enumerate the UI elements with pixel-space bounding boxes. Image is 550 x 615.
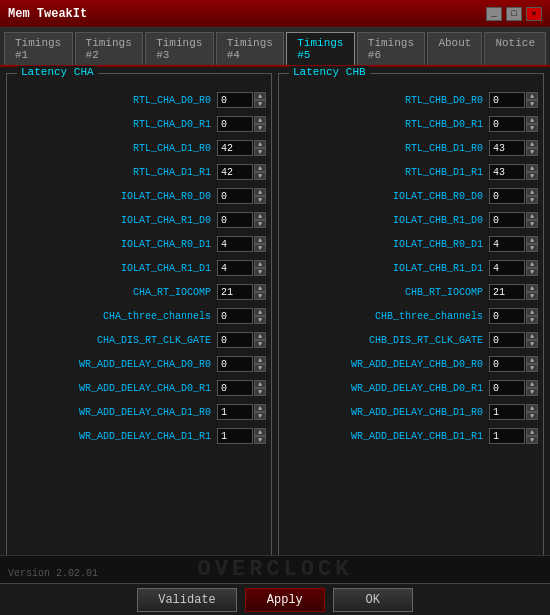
tab-t5[interactable]: Timings #5 — [286, 32, 355, 65]
input-rtl-cha-d0-r0[interactable] — [217, 92, 253, 108]
spin-down-cha-dis-rt-clk-gate[interactable]: ▼ — [254, 340, 266, 348]
spin-up-rtl-chb-d0-r1[interactable]: ▲ — [526, 116, 538, 124]
spin-up-rtl-cha-d0-r1[interactable]: ▲ — [254, 116, 266, 124]
input-rtl-cha-d1-r0[interactable] — [217, 140, 253, 156]
spin-up-wr-add-delay-cha-d0-r0[interactable]: ▲ — [254, 356, 266, 364]
spin-down-wr-add-delay-cha-d0-r1[interactable]: ▼ — [254, 388, 266, 396]
spin-down-rtl-cha-d0-r1[interactable]: ▼ — [254, 124, 266, 132]
spin-down-rtl-cha-d0-r0[interactable]: ▼ — [254, 100, 266, 108]
spin-up-wr-add-delay-chb-d1-r0[interactable]: ▲ — [526, 404, 538, 412]
spin-down-wr-add-delay-chb-d0-r1[interactable]: ▼ — [526, 388, 538, 396]
spin-up-chb-three-channels[interactable]: ▲ — [526, 308, 538, 316]
spin-down-iolat-chb-r1-d0[interactable]: ▼ — [526, 220, 538, 228]
spin-down-iolat-cha-r0-d0[interactable]: ▼ — [254, 196, 266, 204]
spin-down-iolat-cha-r1-d1[interactable]: ▼ — [254, 268, 266, 276]
spin-down-wr-add-delay-cha-d1-r1[interactable]: ▼ — [254, 436, 266, 444]
minimize-button[interactable]: _ — [486, 7, 502, 21]
spin-up-cha-three-channels[interactable]: ▲ — [254, 308, 266, 316]
spin-down-rtl-chb-d1-r1[interactable]: ▼ — [526, 172, 538, 180]
input-iolat-cha-r1-d1[interactable] — [217, 260, 253, 276]
spin-up-iolat-cha-r1-d1[interactable]: ▲ — [254, 260, 266, 268]
input-wr-add-delay-cha-d1-r0[interactable] — [217, 404, 253, 420]
maximize-button[interactable]: □ — [506, 7, 522, 21]
input-rtl-chb-d1-r1[interactable] — [489, 164, 525, 180]
spin-up-wr-add-delay-cha-d0-r1[interactable]: ▲ — [254, 380, 266, 388]
input-iolat-cha-r0-d0[interactable] — [217, 188, 253, 204]
input-rtl-chb-d0-r0[interactable] — [489, 92, 525, 108]
input-iolat-chb-r1-d1[interactable] — [489, 260, 525, 276]
input-rtl-chb-d1-r0[interactable] — [489, 140, 525, 156]
spin-up-rtl-chb-d0-r0[interactable]: ▲ — [526, 92, 538, 100]
spin-down-rtl-cha-d1-r1[interactable]: ▼ — [254, 172, 266, 180]
spin-up-chb-rt-iocomp[interactable]: ▲ — [526, 284, 538, 292]
apply-button[interactable]: Apply — [245, 588, 325, 612]
validate-button[interactable]: Validate — [137, 588, 237, 612]
input-iolat-cha-r1-d0[interactable] — [217, 212, 253, 228]
spin-up-rtl-chb-d1-r1[interactable]: ▲ — [526, 164, 538, 172]
spin-down-iolat-chb-r1-d1[interactable]: ▼ — [526, 268, 538, 276]
tab-t3[interactable]: Timings #3 — [145, 32, 214, 65]
input-iolat-chb-r0-d1[interactable] — [489, 236, 525, 252]
spin-up-iolat-cha-r0-d0[interactable]: ▲ — [254, 188, 266, 196]
spin-down-iolat-chb-r0-d0[interactable]: ▼ — [526, 196, 538, 204]
spin-down-wr-add-delay-chb-d1-r1[interactable]: ▼ — [526, 436, 538, 444]
input-chb-rt-iocomp[interactable] — [489, 284, 525, 300]
spin-down-cha-rt-iocomp[interactable]: ▼ — [254, 292, 266, 300]
input-rtl-chb-d0-r1[interactable] — [489, 116, 525, 132]
spin-down-rtl-chb-d0-r0[interactable]: ▼ — [526, 100, 538, 108]
tab-t2[interactable]: Timings #2 — [75, 32, 144, 65]
input-chb-three-channels[interactable] — [489, 308, 525, 324]
spin-up-wr-add-delay-chb-d0-r0[interactable]: ▲ — [526, 356, 538, 364]
input-cha-three-channels[interactable] — [217, 308, 253, 324]
tab-t4[interactable]: Timings #4 — [216, 32, 285, 65]
spin-up-wr-add-delay-cha-d1-r0[interactable]: ▲ — [254, 404, 266, 412]
tab-t1[interactable]: Timings #1 — [4, 32, 73, 65]
tab-about[interactable]: About — [427, 32, 482, 65]
input-rtl-cha-d1-r1[interactable] — [217, 164, 253, 180]
spin-up-iolat-cha-r1-d0[interactable]: ▲ — [254, 212, 266, 220]
input-wr-add-delay-chb-d0-r0[interactable] — [489, 356, 525, 372]
spin-down-iolat-chb-r0-d1[interactable]: ▼ — [526, 244, 538, 252]
spin-down-cha-three-channels[interactable]: ▼ — [254, 316, 266, 324]
close-button[interactable]: ✕ — [526, 7, 542, 21]
spin-up-iolat-chb-r1-d0[interactable]: ▲ — [526, 212, 538, 220]
input-iolat-chb-r0-d0[interactable] — [489, 188, 525, 204]
input-wr-add-delay-chb-d1-r1[interactable] — [489, 428, 525, 444]
spin-down-rtl-cha-d1-r0[interactable]: ▼ — [254, 148, 266, 156]
input-iolat-cha-r0-d1[interactable] — [217, 236, 253, 252]
spin-down-rtl-chb-d1-r0[interactable]: ▼ — [526, 148, 538, 156]
input-wr-add-delay-chb-d1-r0[interactable] — [489, 404, 525, 420]
spin-up-cha-dis-rt-clk-gate[interactable]: ▲ — [254, 332, 266, 340]
input-cha-dis-rt-clk-gate[interactable] — [217, 332, 253, 348]
spin-up-wr-add-delay-chb-d0-r1[interactable]: ▲ — [526, 380, 538, 388]
tab-t6[interactable]: Timings #6 — [357, 32, 426, 65]
tab-notice[interactable]: Notice — [484, 32, 546, 65]
spin-up-wr-add-delay-cha-d1-r1[interactable]: ▲ — [254, 428, 266, 436]
spin-up-iolat-cha-r0-d1[interactable]: ▲ — [254, 236, 266, 244]
spin-up-rtl-cha-d1-r1[interactable]: ▲ — [254, 164, 266, 172]
spin-down-wr-add-delay-cha-d1-r0[interactable]: ▼ — [254, 412, 266, 420]
input-cha-rt-iocomp[interactable] — [217, 284, 253, 300]
spin-down-chb-three-channels[interactable]: ▼ — [526, 316, 538, 324]
input-chb-dis-rt-clk-gate[interactable] — [489, 332, 525, 348]
spin-down-wr-add-delay-chb-d1-r0[interactable]: ▼ — [526, 412, 538, 420]
input-iolat-chb-r1-d0[interactable] — [489, 212, 525, 228]
spin-up-rtl-chb-d1-r0[interactable]: ▲ — [526, 140, 538, 148]
input-rtl-cha-d0-r1[interactable] — [217, 116, 253, 132]
spin-up-iolat-chb-r0-d1[interactable]: ▲ — [526, 236, 538, 244]
spin-down-rtl-chb-d0-r1[interactable]: ▼ — [526, 124, 538, 132]
input-wr-add-delay-cha-d0-r1[interactable] — [217, 380, 253, 396]
input-wr-add-delay-cha-d0-r0[interactable] — [217, 356, 253, 372]
spin-up-rtl-cha-d1-r0[interactable]: ▲ — [254, 140, 266, 148]
spin-up-rtl-cha-d0-r0[interactable]: ▲ — [254, 92, 266, 100]
spin-up-iolat-chb-r1-d1[interactable]: ▲ — [526, 260, 538, 268]
spin-up-iolat-chb-r0-d0[interactable]: ▲ — [526, 188, 538, 196]
spin-up-cha-rt-iocomp[interactable]: ▲ — [254, 284, 266, 292]
spin-up-chb-dis-rt-clk-gate[interactable]: ▲ — [526, 332, 538, 340]
input-wr-add-delay-chb-d0-r1[interactable] — [489, 380, 525, 396]
spin-down-chb-dis-rt-clk-gate[interactable]: ▼ — [526, 340, 538, 348]
spin-down-wr-add-delay-chb-d0-r0[interactable]: ▼ — [526, 364, 538, 372]
spin-down-iolat-cha-r1-d0[interactable]: ▼ — [254, 220, 266, 228]
ok-button[interactable]: OK — [333, 588, 413, 612]
input-wr-add-delay-cha-d1-r1[interactable] — [217, 428, 253, 444]
